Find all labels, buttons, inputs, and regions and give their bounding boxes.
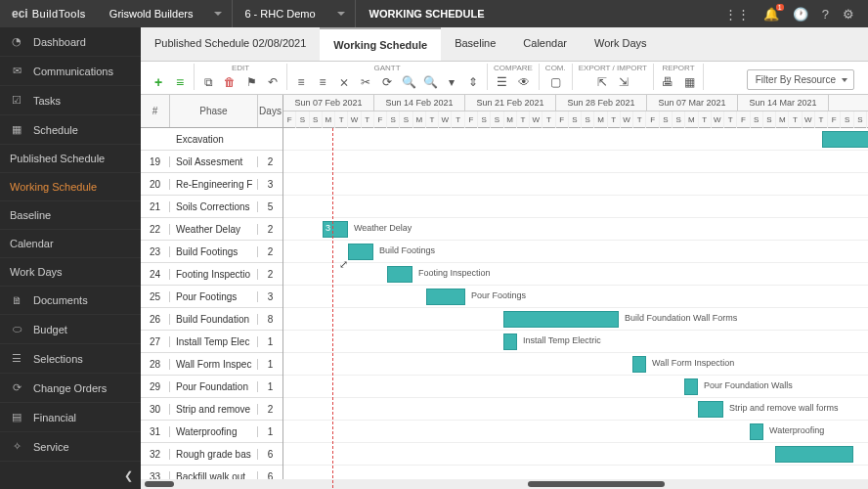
row-num: 26 [141,314,170,325]
row-phase: Strip and remove [170,404,257,415]
day-header: M [594,111,607,128]
table-row[interactable]: 29Pour Foundation1 [141,376,282,398]
sidebar-item-service[interactable]: ✧Service [0,432,141,462]
gantt-bar[interactable] [426,289,465,305]
undo-button[interactable]: ↶ [265,74,281,90]
grid-hscroll[interactable] [141,479,283,489]
unlink-button[interactable]: ✂ [358,74,373,90]
link-button[interactable]: ⨯ [336,74,352,90]
gantt-hscroll[interactable] [283,479,868,489]
table-row[interactable]: 28Wall Form Inspec1 [141,353,282,376]
table-row[interactable]: Excavation [141,128,282,151]
table-row[interactable]: 22Weather Delay2 [141,218,282,241]
sidebar-item-label: Communications [33,66,113,77]
sidebar-item-change-orders[interactable]: ⟳Change Orders [0,374,141,403]
project-dropdown[interactable]: 6 - RHC Demo [233,0,355,27]
col-header-num[interactable]: # [141,95,170,127]
gantt-bar[interactable] [775,446,853,463]
day-header: F [646,111,659,128]
print-button[interactable]: 🖶 [660,74,675,90]
sidebar-item-work-days[interactable]: Work Days [0,258,141,287]
gantt-bar[interactable] [632,356,646,373]
table-row[interactable]: 30Strip and remove2 [141,398,282,421]
sidebar-item-baseline[interactable]: Baseline [0,201,141,230]
gantt-bar[interactable] [348,244,373,260]
tab-working-schedule[interactable]: Working Schedule [320,27,441,61]
gantt-bar[interactable] [750,423,763,440]
table-row[interactable]: 23Build Footings2 [141,241,282,263]
collapse-button[interactable]: ⇕ [465,74,481,90]
comment-button[interactable]: ▢ [547,74,563,90]
gantt-bar-label: Build Foundation Wall Forms [625,313,737,323]
sidebar-item-selections[interactable]: ☰Selections [0,344,141,374]
today-button[interactable]: ▾ [444,74,459,90]
sidebar-item-schedule[interactable]: ▦Schedule [0,115,141,145]
help-icon[interactable]: ? [822,7,829,22]
export-button[interactable]: ⇱ [594,74,610,90]
sidebar-item-communications[interactable]: ✉Communications [0,57,141,86]
table-row[interactable]: 27Install Temp Elec1 [141,331,282,353]
brand-logo: eciBuildTools [0,7,98,21]
client-dropdown[interactable]: Griswold Builders [98,0,234,27]
table-row[interactable]: 20Re-Engineering F3 [141,173,282,196]
sidebar-item-published-schedule[interactable]: Published Schedule [0,145,141,173]
flag-button[interactable]: ⚑ [243,74,259,90]
day-header: T [699,111,712,128]
table-row[interactable]: 26Build Foundation8 [141,308,282,331]
sidebar-item-budget[interactable]: ⬭Budget [0,315,141,344]
import-button[interactable]: ⇲ [616,74,631,90]
gantt-bar[interactable] [822,131,868,148]
gantt-bar[interactable] [698,401,723,418]
sidebar-item-label: Calendar [10,238,54,249]
gantt-bar[interactable] [503,311,619,328]
zoomout-button[interactable]: 🔍 [422,74,438,90]
bell-icon[interactable]: 🔔1 [763,7,779,22]
col-header-days[interactable]: Days [257,95,282,127]
copy-button[interactable]: ⧉ [200,74,216,90]
day-header: W [621,111,633,128]
week-header: Sun 14 Feb 2021 [374,95,465,111]
sidebar-item-documents[interactable]: 🗎Documents [0,287,141,315]
gantt-bar[interactable]: 3 [323,221,348,238]
delete-button[interactable]: 🗑 [222,74,238,90]
refresh-button[interactable]: ⟳ [379,74,395,90]
row-num: 29 [141,381,170,392]
compare1-button[interactable]: ☰ [495,74,510,90]
sidebar-item-dashboard[interactable]: ◔Dashboard [0,27,141,57]
tab-work-days[interactable]: Work Days [581,27,661,61]
gantt-bar[interactable] [684,378,698,395]
sidebar-collapse-button[interactable]: ❮ [0,462,141,489]
sidebar-item-tasks[interactable]: ☑Tasks [0,86,141,115]
add-button[interactable]: + [151,74,166,90]
sidebar-item-calendar[interactable]: Calendar [0,230,141,258]
tab-published-schedule-[interactable]: Published Schedule 02/08/2021 [141,27,320,61]
sidebar-item-label: Financial [33,412,76,423]
schedule-icon: ▦ [10,123,23,136]
gear-icon[interactable]: ⚙ [843,7,854,22]
indent-button[interactable]: ≡ [293,74,309,90]
table-row[interactable]: 31Waterproofing1 [141,421,282,443]
tab-baseline[interactable]: Baseline [441,27,509,61]
list-button[interactable]: ≡ [172,74,188,90]
apps-icon[interactable]: ⋮⋮ [724,7,750,22]
table-row[interactable]: 19Soil Assesment2 [141,151,282,173]
compare2-button[interactable]: 👁 [516,74,532,90]
tab-calendar[interactable]: Calendar [509,27,581,61]
gantt-chart[interactable]: 3Weather DelayBuild FootingsFooting Insp… [283,128,868,488]
col-header-phase[interactable]: Phase [170,95,257,127]
filter-dropdown[interactable]: Filter By Resource [747,69,854,90]
outdent-button[interactable]: ≡ [315,74,330,90]
zoomin-button[interactable]: 🔍 [401,74,416,90]
grid-button[interactable]: ▦ [681,74,697,90]
sidebar-item-working-schedule[interactable]: Working Schedule [0,173,141,201]
sidebar-item-label: Schedule [33,124,78,136]
clock-icon[interactable]: 🕐 [793,7,808,22]
gantt-bar[interactable] [503,333,517,350]
tasks-icon: ☑ [10,94,23,107]
table-row[interactable]: 25Pour Footings3 [141,286,282,308]
sidebar-item-financial[interactable]: ▤Financial [0,403,141,432]
table-row[interactable]: 24Footing Inspectio2 [141,263,282,286]
table-row[interactable]: 32Rough grade bas6 [141,443,282,466]
table-row[interactable]: 21Soils Corrections5 [141,196,282,218]
gantt-bar[interactable] [387,266,412,283]
